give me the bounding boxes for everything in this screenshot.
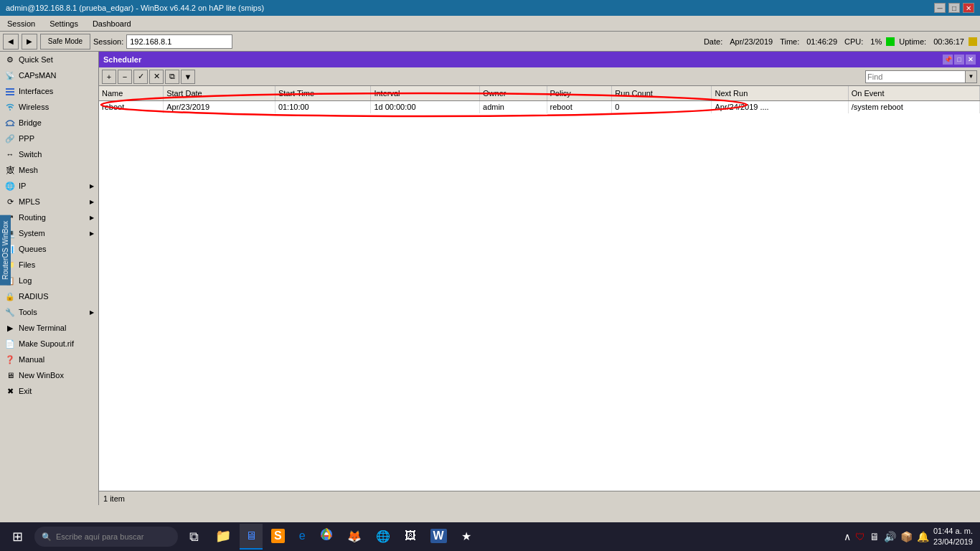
- sidebar-item-exit[interactable]: ✖ Exit: [0, 383, 98, 399]
- taskbar-app-files[interactable]: 📁: [209, 524, 237, 550]
- cell-1: Apr/23/2019: [164, 100, 275, 113]
- taskbar-sublime-icon: S: [271, 529, 285, 543]
- taskbar-volume[interactable]: 🔊: [884, 531, 896, 542]
- exit-icon: ✖: [4, 385, 16, 397]
- sidebar-label-ip: IP: [19, 182, 26, 190]
- uptime-label: Uptime:: [896, 37, 929, 46]
- sidebar-item-queues[interactable]: 📊 Queues: [0, 241, 98, 257]
- uptime-value: 00:36:17: [930, 37, 967, 46]
- sidebar-item-wireless[interactable]: Wireless: [0, 99, 98, 115]
- taskbar-files-icon: 📁: [215, 528, 231, 544]
- sidebar-label-newterminal: New Terminal: [19, 324, 66, 332]
- session-ip-input[interactable]: [126, 34, 232, 49]
- cell-7: Apr/24/2019 ....: [712, 100, 848, 113]
- panel-title-controls: 📌 □ ✕: [943, 55, 976, 65]
- taskbar-chevron[interactable]: ∧: [844, 531, 851, 542]
- taskbar-search[interactable]: 🔍 Escribe aquí para buscar: [34, 527, 178, 547]
- taskbar-browser2-icon: 🌐: [376, 529, 390, 543]
- sidebar-item-switch[interactable]: ↔ Switch: [0, 146, 98, 162]
- switch-icon: ↔: [4, 149, 16, 160]
- title-bar-text: admin@192.168.8.1 (prueba_edgar) - WinBo…: [6, 4, 264, 12]
- supout-icon: 📄: [4, 338, 16, 349]
- sidebar-item-files[interactable]: 📁 Files: [0, 257, 98, 273]
- copy-button[interactable]: ⧉: [165, 70, 179, 84]
- taskbar-app-winbox[interactable]: 🖥: [240, 524, 263, 550]
- sidebar-item-radius[interactable]: 🔒 RADIUS: [0, 288, 98, 304]
- panel-close-button[interactable]: ✕: [966, 55, 976, 65]
- taskbar-search-text: Escribe aquí para buscar: [56, 532, 143, 541]
- panel-pin-button[interactable]: 📌: [943, 55, 953, 65]
- menu-dashboard[interactable]: Dashboard: [88, 18, 136, 29]
- menu-settings[interactable]: Settings: [45, 18, 83, 29]
- taskbar-app-chrome[interactable]: [314, 524, 339, 550]
- col-on-event: On Event: [848, 86, 979, 100]
- sidebar-item-newwinbox[interactable]: 🖥 New WinBox: [0, 367, 98, 383]
- sidebar-item-supout[interactable]: 📄 Make Supout.rif: [0, 336, 98, 352]
- clock-time: 01:44 a. m.: [933, 526, 973, 537]
- filter-button[interactable]: ▼: [181, 70, 195, 84]
- sidebar-item-log[interactable]: 📋 Log: [0, 273, 98, 288]
- sidebar-item-quickset[interactable]: ⚙ Quick Set: [0, 52, 98, 67]
- search-dropdown[interactable]: ▼: [966, 70, 977, 83]
- sidebar-item-bridge[interactable]: Bridge: [0, 115, 98, 131]
- col-run-count: Run Count: [612, 86, 712, 100]
- cpu-value: 1%: [867, 37, 885, 46]
- taskbar-chrome-icon: [320, 528, 333, 544]
- close-button[interactable]: ✕: [963, 3, 974, 13]
- taskbar-app-firefox[interactable]: 🦊: [341, 524, 367, 550]
- panel-max-button[interactable]: □: [954, 55, 964, 65]
- svg-rect-2: [6, 94, 14, 95]
- taskbar-task-view[interactable]: ⧉: [181, 524, 207, 550]
- sidebar-item-newterminal[interactable]: ▶ New Terminal: [0, 320, 98, 336]
- forward-button[interactable]: ▶: [22, 34, 37, 50]
- date-value: Apr/23/2019: [727, 37, 776, 46]
- uptime-indicator: [969, 37, 977, 46]
- safe-mode-button[interactable]: Safe Mode: [40, 34, 90, 50]
- sidebar-item-system[interactable]: 💻 System: [0, 225, 98, 241]
- remove-button[interactable]: −: [118, 70, 132, 84]
- taskbar-network-icon: 🖥: [870, 531, 880, 542]
- col-owner: Owner: [480, 86, 547, 100]
- sidebar-item-manual[interactable]: ❓ Manual: [0, 352, 98, 367]
- taskbar-app-word[interactable]: W: [425, 524, 453, 550]
- sidebar-item-mpls[interactable]: ⟳ MPLS: [0, 194, 98, 209]
- taskbar-edge-icon: e: [299, 529, 306, 542]
- minimize-button[interactable]: ─: [934, 3, 946, 13]
- table-row[interactable]: rebootApr/23/201901:10:001d 00:00:00admi…: [99, 100, 980, 113]
- toolbar: ◀ ▶ Safe Mode Session: Date: Apr/23/2019…: [0, 32, 980, 52]
- taskbar-notification[interactable]: 🔔: [917, 531, 929, 542]
- taskbar-app-edge[interactable]: e: [293, 524, 311, 550]
- taskbar-app-photos[interactable]: 🖼: [399, 524, 422, 550]
- menu-session[interactable]: Session: [3, 18, 39, 29]
- manual-icon: ❓: [4, 354, 16, 365]
- sidebar-item-ip[interactable]: 🌐 IP: [0, 178, 98, 194]
- maximize-button[interactable]: □: [948, 3, 960, 13]
- sidebar-label-mpls: MPLS: [19, 197, 40, 206]
- panel-toolbar: + − ✓ ✕ ⧉ ▼ ▼: [99, 67, 980, 86]
- taskbar-app-sublime[interactable]: S: [265, 524, 291, 550]
- disable-button[interactable]: ✕: [149, 70, 164, 84]
- add-button[interactable]: +: [102, 70, 116, 84]
- search-input[interactable]: [865, 70, 966, 83]
- sidebar-item-ppp[interactable]: 🔗 PPP: [0, 131, 98, 146]
- search-icon: 🔍: [42, 532, 52, 542]
- taskbar-photos-icon: 🖼: [405, 529, 416, 542]
- start-button[interactable]: ⊞: [3, 524, 32, 550]
- taskbar-app-misc[interactable]: ★: [456, 524, 477, 550]
- table-header-row: Name Start Date Start Time Interval Owne…: [99, 86, 980, 100]
- sidebar-item-interfaces[interactable]: Interfaces: [0, 83, 98, 99]
- sidebar-item-capsman[interactable]: 📡 CAPsMAN: [0, 67, 98, 83]
- ppp-icon: 🔗: [4, 133, 16, 144]
- sidebar-item-mesh[interactable]: 🕸 Mesh: [0, 162, 98, 178]
- taskbar-app-browser2[interactable]: 🌐: [370, 524, 396, 550]
- enable-button[interactable]: ✓: [133, 70, 148, 84]
- back-button[interactable]: ◀: [3, 34, 19, 50]
- sidebar-label-wireless: Wireless: [19, 103, 49, 111]
- sidebar-item-tools[interactable]: 🔧 Tools: [0, 304, 98, 320]
- terminal-icon: ▶: [4, 322, 16, 334]
- svg-rect-0: [6, 88, 14, 90]
- sidebar-label-system: System: [19, 229, 45, 237]
- taskbar-antivirus: 🛡: [855, 531, 865, 542]
- sidebar-label-switch: Switch: [19, 150, 42, 159]
- sidebar-item-routing[interactable]: ↗ Routing: [0, 209, 98, 225]
